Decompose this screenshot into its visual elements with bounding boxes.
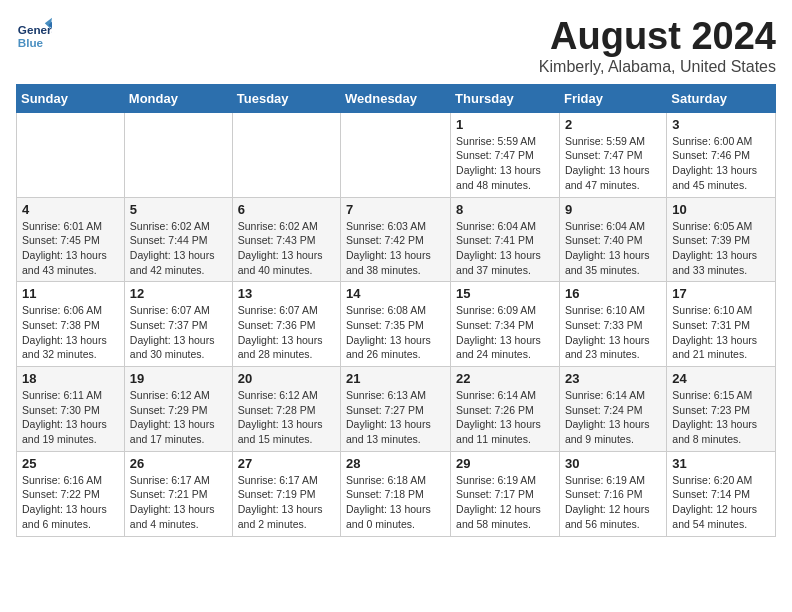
day-info: Sunrise: 6:03 AM Sunset: 7:42 PM Dayligh… xyxy=(346,219,445,278)
day-info: Sunrise: 6:09 AM Sunset: 7:34 PM Dayligh… xyxy=(456,303,554,362)
calendar-cell: 27Sunrise: 6:17 AM Sunset: 7:19 PM Dayli… xyxy=(232,451,340,536)
day-number: 21 xyxy=(346,371,445,386)
calendar-header-row: Sunday Monday Tuesday Wednesday Thursday… xyxy=(17,84,776,112)
col-thursday: Thursday xyxy=(451,84,560,112)
calendar-cell: 28Sunrise: 6:18 AM Sunset: 7:18 PM Dayli… xyxy=(341,451,451,536)
day-number: 8 xyxy=(456,202,554,217)
day-info: Sunrise: 6:18 AM Sunset: 7:18 PM Dayligh… xyxy=(346,473,445,532)
calendar-cell: 11Sunrise: 6:06 AM Sunset: 7:38 PM Dayli… xyxy=(17,282,125,367)
calendar-cell: 5Sunrise: 6:02 AM Sunset: 7:44 PM Daylig… xyxy=(124,197,232,282)
day-info: Sunrise: 6:17 AM Sunset: 7:21 PM Dayligh… xyxy=(130,473,227,532)
day-info: Sunrise: 6:05 AM Sunset: 7:39 PM Dayligh… xyxy=(672,219,770,278)
day-number: 27 xyxy=(238,456,335,471)
calendar-cell: 9Sunrise: 6:04 AM Sunset: 7:40 PM Daylig… xyxy=(559,197,666,282)
calendar-cell: 26Sunrise: 6:17 AM Sunset: 7:21 PM Dayli… xyxy=(124,451,232,536)
calendar-subtitle: Kimberly, Alabama, United States xyxy=(539,58,776,76)
calendar-body: 1Sunrise: 5:59 AM Sunset: 7:47 PM Daylig… xyxy=(17,112,776,536)
calendar-cell: 22Sunrise: 6:14 AM Sunset: 7:26 PM Dayli… xyxy=(451,367,560,452)
calendar-week-row: 18Sunrise: 6:11 AM Sunset: 7:30 PM Dayli… xyxy=(17,367,776,452)
col-sunday: Sunday xyxy=(17,84,125,112)
calendar-cell: 7Sunrise: 6:03 AM Sunset: 7:42 PM Daylig… xyxy=(341,197,451,282)
day-info: Sunrise: 6:14 AM Sunset: 7:24 PM Dayligh… xyxy=(565,388,661,447)
day-number: 26 xyxy=(130,456,227,471)
day-info: Sunrise: 6:19 AM Sunset: 7:17 PM Dayligh… xyxy=(456,473,554,532)
calendar-week-row: 1Sunrise: 5:59 AM Sunset: 7:47 PM Daylig… xyxy=(17,112,776,197)
day-info: Sunrise: 6:16 AM Sunset: 7:22 PM Dayligh… xyxy=(22,473,119,532)
calendar-table: Sunday Monday Tuesday Wednesday Thursday… xyxy=(16,84,776,537)
day-info: Sunrise: 6:10 AM Sunset: 7:31 PM Dayligh… xyxy=(672,303,770,362)
day-number: 9 xyxy=(565,202,661,217)
calendar-cell: 25Sunrise: 6:16 AM Sunset: 7:22 PM Dayli… xyxy=(17,451,125,536)
calendar-cell: 15Sunrise: 6:09 AM Sunset: 7:34 PM Dayli… xyxy=(451,282,560,367)
calendar-cell: 2Sunrise: 5:59 AM Sunset: 7:47 PM Daylig… xyxy=(559,112,666,197)
day-info: Sunrise: 6:20 AM Sunset: 7:14 PM Dayligh… xyxy=(672,473,770,532)
day-number: 18 xyxy=(22,371,119,386)
calendar-cell xyxy=(232,112,340,197)
day-info: Sunrise: 5:59 AM Sunset: 7:47 PM Dayligh… xyxy=(565,134,661,193)
calendar-cell xyxy=(341,112,451,197)
day-number: 6 xyxy=(238,202,335,217)
day-info: Sunrise: 6:12 AM Sunset: 7:29 PM Dayligh… xyxy=(130,388,227,447)
day-info: Sunrise: 6:14 AM Sunset: 7:26 PM Dayligh… xyxy=(456,388,554,447)
calendar-cell: 6Sunrise: 6:02 AM Sunset: 7:43 PM Daylig… xyxy=(232,197,340,282)
day-info: Sunrise: 6:07 AM Sunset: 7:36 PM Dayligh… xyxy=(238,303,335,362)
calendar-week-row: 25Sunrise: 6:16 AM Sunset: 7:22 PM Dayli… xyxy=(17,451,776,536)
day-info: Sunrise: 6:19 AM Sunset: 7:16 PM Dayligh… xyxy=(565,473,661,532)
day-info: Sunrise: 6:01 AM Sunset: 7:45 PM Dayligh… xyxy=(22,219,119,278)
col-friday: Friday xyxy=(559,84,666,112)
day-info: Sunrise: 5:59 AM Sunset: 7:47 PM Dayligh… xyxy=(456,134,554,193)
col-wednesday: Wednesday xyxy=(341,84,451,112)
day-number: 4 xyxy=(22,202,119,217)
calendar-cell: 17Sunrise: 6:10 AM Sunset: 7:31 PM Dayli… xyxy=(667,282,776,367)
calendar-cell: 12Sunrise: 6:07 AM Sunset: 7:37 PM Dayli… xyxy=(124,282,232,367)
svg-text:Blue: Blue xyxy=(18,36,44,49)
calendar-cell: 24Sunrise: 6:15 AM Sunset: 7:23 PM Dayli… xyxy=(667,367,776,452)
day-number: 5 xyxy=(130,202,227,217)
day-number: 24 xyxy=(672,371,770,386)
calendar-cell: 30Sunrise: 6:19 AM Sunset: 7:16 PM Dayli… xyxy=(559,451,666,536)
calendar-cell: 13Sunrise: 6:07 AM Sunset: 7:36 PM Dayli… xyxy=(232,282,340,367)
day-number: 25 xyxy=(22,456,119,471)
title-block: August 2024 Kimberly, Alabama, United St… xyxy=(539,16,776,76)
day-number: 15 xyxy=(456,286,554,301)
day-number: 14 xyxy=(346,286,445,301)
calendar-cell: 19Sunrise: 6:12 AM Sunset: 7:29 PM Dayli… xyxy=(124,367,232,452)
calendar-cell: 1Sunrise: 5:59 AM Sunset: 7:47 PM Daylig… xyxy=(451,112,560,197)
day-number: 31 xyxy=(672,456,770,471)
day-info: Sunrise: 6:08 AM Sunset: 7:35 PM Dayligh… xyxy=(346,303,445,362)
calendar-cell: 3Sunrise: 6:00 AM Sunset: 7:46 PM Daylig… xyxy=(667,112,776,197)
day-info: Sunrise: 6:02 AM Sunset: 7:43 PM Dayligh… xyxy=(238,219,335,278)
day-number: 1 xyxy=(456,117,554,132)
day-number: 20 xyxy=(238,371,335,386)
day-number: 22 xyxy=(456,371,554,386)
calendar-week-row: 4Sunrise: 6:01 AM Sunset: 7:45 PM Daylig… xyxy=(17,197,776,282)
calendar-cell: 23Sunrise: 6:14 AM Sunset: 7:24 PM Dayli… xyxy=(559,367,666,452)
day-number: 3 xyxy=(672,117,770,132)
col-tuesday: Tuesday xyxy=(232,84,340,112)
day-info: Sunrise: 6:10 AM Sunset: 7:33 PM Dayligh… xyxy=(565,303,661,362)
calendar-week-row: 11Sunrise: 6:06 AM Sunset: 7:38 PM Dayli… xyxy=(17,282,776,367)
calendar-cell: 29Sunrise: 6:19 AM Sunset: 7:17 PM Dayli… xyxy=(451,451,560,536)
calendar-cell: 18Sunrise: 6:11 AM Sunset: 7:30 PM Dayli… xyxy=(17,367,125,452)
day-info: Sunrise: 6:12 AM Sunset: 7:28 PM Dayligh… xyxy=(238,388,335,447)
day-number: 13 xyxy=(238,286,335,301)
day-info: Sunrise: 6:04 AM Sunset: 7:40 PM Dayligh… xyxy=(565,219,661,278)
day-number: 23 xyxy=(565,371,661,386)
calendar-cell: 31Sunrise: 6:20 AM Sunset: 7:14 PM Dayli… xyxy=(667,451,776,536)
day-info: Sunrise: 6:00 AM Sunset: 7:46 PM Dayligh… xyxy=(672,134,770,193)
day-number: 12 xyxy=(130,286,227,301)
day-number: 19 xyxy=(130,371,227,386)
calendar-cell xyxy=(124,112,232,197)
calendar-cell: 16Sunrise: 6:10 AM Sunset: 7:33 PM Dayli… xyxy=(559,282,666,367)
day-number: 28 xyxy=(346,456,445,471)
col-saturday: Saturday xyxy=(667,84,776,112)
day-number: 17 xyxy=(672,286,770,301)
calendar-cell: 4Sunrise: 6:01 AM Sunset: 7:45 PM Daylig… xyxy=(17,197,125,282)
day-info: Sunrise: 6:02 AM Sunset: 7:44 PM Dayligh… xyxy=(130,219,227,278)
calendar-cell: 8Sunrise: 6:04 AM Sunset: 7:41 PM Daylig… xyxy=(451,197,560,282)
day-info: Sunrise: 6:07 AM Sunset: 7:37 PM Dayligh… xyxy=(130,303,227,362)
logo-icon: General Blue xyxy=(16,16,52,52)
day-number: 11 xyxy=(22,286,119,301)
calendar-title: August 2024 xyxy=(539,16,776,58)
calendar-cell: 10Sunrise: 6:05 AM Sunset: 7:39 PM Dayli… xyxy=(667,197,776,282)
